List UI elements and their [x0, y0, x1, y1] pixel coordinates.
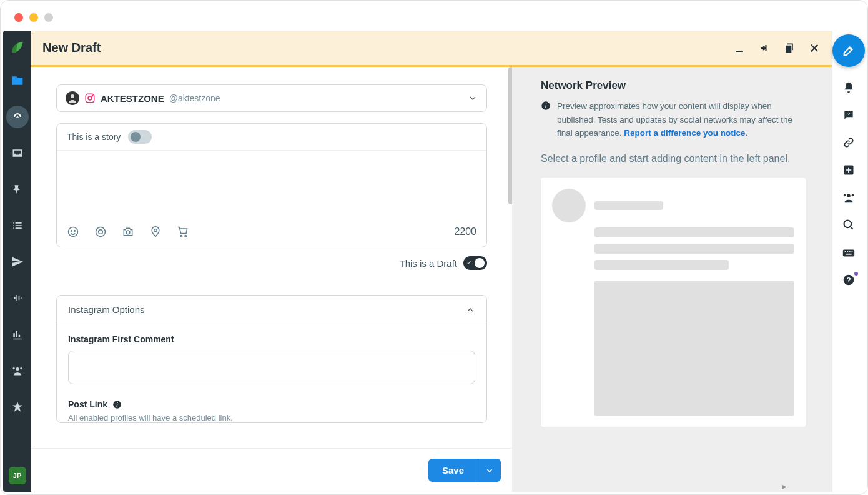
- save-button[interactable]: Save: [428, 459, 478, 482]
- page-title: New Draft: [42, 41, 101, 55]
- minimize-window-button[interactable]: [29, 13, 38, 22]
- nav-folder-icon[interactable]: [6, 69, 29, 92]
- add-box-icon[interactable]: [842, 163, 856, 177]
- window-controls: [14, 13, 53, 22]
- svg-point-11: [180, 235, 182, 237]
- search-icon[interactable]: [842, 218, 856, 232]
- nav-dashboard-icon[interactable]: [6, 106, 29, 128]
- preview-skeleton-card: [541, 178, 806, 427]
- user-avatar[interactable]: JP: [9, 467, 26, 484]
- preview-title: Network Preview: [541, 79, 806, 92]
- link-icon[interactable]: [842, 136, 856, 149]
- compose-textarea[interactable]: [57, 151, 486, 219]
- body: AKTESTZONE @aktestzone This is a story: [31, 67, 832, 492]
- header-bar: New Draft: [31, 31, 832, 67]
- skeleton-line: [594, 244, 794, 254]
- camera-icon[interactable]: [122, 226, 134, 238]
- main-panel: New Draft: [31, 31, 832, 492]
- maximize-window-button[interactable]: [44, 13, 53, 22]
- keyboard-icon[interactable]: [842, 246, 856, 259]
- svg-point-8: [99, 230, 103, 234]
- first-comment-input[interactable]: [68, 351, 475, 384]
- post-link-label: Post Link: [68, 399, 107, 409]
- profile-name: AKTESTZONE: [101, 93, 164, 104]
- people-icon[interactable]: [842, 191, 856, 204]
- story-label: This is a story: [67, 132, 121, 142]
- svg-point-0: [71, 94, 74, 98]
- right-rail: ?: [832, 31, 865, 492]
- draft-label: This is a Draft: [399, 258, 457, 269]
- app-window: JP New Draft: [0, 0, 868, 495]
- svg-point-12: [185, 235, 187, 237]
- instagram-options-panel: Instagram Options Instagram First Commen…: [56, 295, 487, 423]
- instagram-icon: [84, 92, 96, 104]
- skeleton-avatar: [552, 189, 586, 222]
- story-toggle-row: This is a story: [57, 124, 486, 151]
- nav-analytics-icon[interactable]: [6, 323, 29, 346]
- sprout-logo-icon: [7, 36, 27, 56]
- scrollbar[interactable]: [508, 67, 512, 204]
- svg-rect-19: [843, 249, 854, 256]
- close-icon[interactable]: [808, 42, 821, 54]
- preview-period: .: [746, 128, 748, 138]
- target-icon[interactable]: [94, 226, 107, 238]
- instagram-options-header[interactable]: Instagram Options: [57, 296, 486, 324]
- story-toggle[interactable]: [128, 130, 152, 144]
- svg-rect-22: [849, 251, 851, 252]
- minimize-icon[interactable]: [733, 42, 746, 54]
- copy-icon[interactable]: [783, 42, 796, 54]
- skeleton-name: [594, 201, 663, 210]
- info-icon[interactable]: i: [112, 400, 122, 409]
- help-icon[interactable]: ?: [842, 273, 856, 287]
- close-window-button[interactable]: [14, 13, 23, 22]
- svg-rect-24: [846, 254, 851, 255]
- left-nav: JP: [3, 31, 31, 492]
- nav-pin-icon[interactable]: [6, 178, 29, 201]
- profile-handle: @aktestzone: [169, 93, 220, 103]
- nav-audio-icon[interactable]: [6, 287, 29, 309]
- nav-list-icon[interactable]: [6, 214, 29, 237]
- save-dropdown-button[interactable]: [478, 459, 501, 482]
- chevron-up-icon: [465, 305, 475, 315]
- skeleton-line: [594, 228, 794, 238]
- compose-fab-button[interactable]: [832, 34, 865, 67]
- svg-point-6: [74, 231, 76, 232]
- char-count: 2200: [454, 226, 476, 238]
- svg-text:?: ?: [846, 276, 851, 284]
- first-comment-label: Instagram First Comment: [68, 334, 475, 344]
- notification-dot: [854, 272, 858, 276]
- svg-point-18: [844, 221, 852, 228]
- profile-selector[interactable]: AKTESTZONE @aktestzone: [56, 84, 487, 112]
- notifications-icon[interactable]: [842, 81, 856, 94]
- svg-point-9: [126, 231, 130, 234]
- nav-inbox-icon[interactable]: [6, 142, 29, 164]
- draft-toggle-row: This is a Draft ✓: [56, 256, 487, 270]
- skeleton-image: [594, 281, 794, 416]
- svg-point-3: [92, 95, 93, 96]
- emoji-icon[interactable]: [67, 226, 79, 238]
- app-content: JP New Draft: [3, 31, 865, 492]
- instagram-options-title: Instagram Options: [68, 304, 145, 315]
- cart-icon[interactable]: [177, 226, 189, 238]
- svg-rect-21: [847, 251, 848, 252]
- nav-people-icon[interactable]: [6, 359, 29, 382]
- nav-send-icon[interactable]: [6, 251, 29, 273]
- svg-rect-23: [852, 251, 853, 252]
- svg-point-10: [154, 229, 157, 231]
- skeleton-line: [594, 260, 729, 270]
- preview-prompt: Select a profile and start adding conten…: [541, 151, 806, 166]
- svg-point-2: [88, 96, 92, 100]
- collapse-right-icon[interactable]: [758, 42, 771, 54]
- compose-toolbar: 2200: [57, 219, 486, 247]
- nav-star-icon[interactable]: [6, 396, 29, 418]
- compose-column: AKTESTZONE @aktestzone This is a story: [31, 67, 512, 492]
- report-difference-link[interactable]: Report a difference you notice: [624, 128, 745, 138]
- preview-info: i Preview approximates how your content …: [541, 99, 806, 140]
- post-link-description: All enabled profiles will have a schedul…: [68, 413, 475, 422]
- location-icon[interactable]: [149, 226, 162, 238]
- profile-avatar-icon: [66, 91, 79, 105]
- svg-point-4: [69, 228, 78, 237]
- draft-toggle[interactable]: ✓: [463, 256, 487, 270]
- feedback-icon[interactable]: [842, 108, 856, 122]
- save-button-group: Save: [428, 459, 501, 482]
